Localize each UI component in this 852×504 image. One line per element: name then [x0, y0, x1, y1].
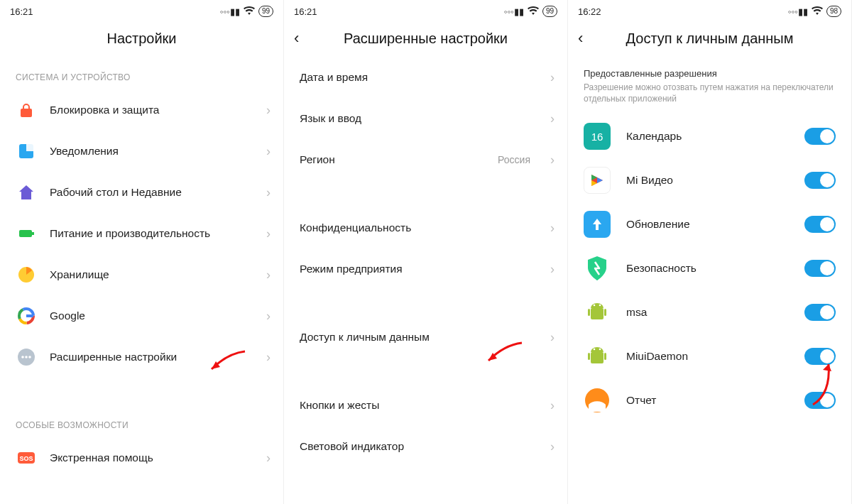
row-label: Хранилище — [50, 268, 253, 281]
row-value: Россия — [498, 154, 530, 165]
row-region[interactable]: Регион Россия › — [284, 139, 567, 180]
google-icon — [16, 305, 37, 327]
report-icon — [584, 387, 611, 414]
screen-personal-data: 16:22 ◦◦◦▮▮ 98 ‹ Доступ к личным данным … — [568, 0, 852, 504]
chevron-right-icon: › — [266, 185, 271, 200]
svg-rect-4 — [19, 230, 32, 237]
row-storage[interactable]: Хранилище › — [0, 254, 283, 295]
chevron-right-icon: › — [550, 398, 555, 413]
row-label: Экстренная помощь — [50, 451, 253, 464]
svg-point-15 — [28, 356, 31, 358]
header: ‹ Доступ к личным данным — [568, 20, 851, 57]
svg-rect-5 — [32, 232, 34, 235]
toggle-msa[interactable] — [804, 304, 836, 321]
row-privacy[interactable]: Конфиденциальность › — [284, 207, 567, 248]
update-icon — [584, 211, 611, 238]
app-row-update: Обновление — [568, 202, 851, 246]
battery-icon: 99 — [542, 6, 557, 17]
row-advanced-settings[interactable]: Расширенные настройки › — [0, 336, 283, 378]
chevron-right-icon: › — [550, 70, 555, 85]
row-label: Расширенные настройки — [50, 351, 253, 363]
subdescription: Разрешение можно отозвать путем нажатия … — [568, 82, 851, 114]
page-title: Расширенные настройки — [344, 31, 508, 47]
svg-point-13 — [21, 356, 24, 358]
row-label: Google — [50, 309, 253, 322]
page-title: Доступ к личным данным — [626, 31, 794, 47]
shield-icon — [584, 255, 611, 282]
app-label: Mi Видео — [626, 174, 789, 187]
app-row-calendar: 16 Календарь — [568, 114, 851, 158]
toggle-miuidaemon[interactable] — [804, 348, 836, 365]
svg-rect-0 — [21, 109, 32, 117]
row-personal-data[interactable]: Доступ к личным данным › — [284, 317, 567, 358]
chevron-right-icon: › — [266, 103, 271, 118]
row-power-perf[interactable]: Питание и производительность › — [0, 213, 283, 254]
row-enterprise[interactable]: Режим предприятия › — [284, 248, 567, 290]
lock-icon — [16, 99, 37, 121]
row-notifications[interactable]: Уведомления › — [0, 131, 283, 172]
svg-rect-11 — [26, 314, 33, 317]
app-label: Календарь — [626, 130, 789, 143]
app-row-report: Отчет — [568, 378, 851, 422]
app-label: msa — [626, 306, 789, 319]
play-icon — [584, 167, 611, 194]
svg-text:SOS: SOS — [19, 455, 33, 462]
chevron-right-icon: › — [266, 226, 271, 241]
row-sos[interactable]: SOS Экстренная помощь › — [0, 437, 283, 478]
toggle-update[interactable] — [804, 216, 836, 233]
app-label: MiuiDaemon — [626, 350, 789, 363]
battery-icon: 99 — [258, 6, 273, 17]
app-row-msa: msa — [568, 290, 851, 334]
page-title: Настройки — [106, 31, 176, 47]
row-led[interactable]: Световой индикатор › — [284, 426, 567, 467]
back-button[interactable]: ‹ — [294, 29, 299, 48]
section-label-system: СИСТЕМА И УСТРОЙСТВО — [0, 57, 283, 89]
app-label: Обновление — [626, 218, 789, 231]
svg-point-20 — [599, 305, 601, 307]
status-bar: 16:21 ◦◦◦▮▮ 99 — [0, 0, 283, 20]
wifi-icon — [244, 6, 255, 17]
row-label: Конфиденциальность — [300, 221, 537, 234]
toggle-report[interactable] — [804, 392, 836, 409]
battery-perf-icon — [16, 223, 37, 244]
row-label: Режим предприятия — [300, 263, 537, 275]
android-icon — [584, 299, 611, 326]
toggle-security[interactable] — [804, 260, 836, 277]
row-language[interactable]: Язык и ввод › — [284, 98, 567, 139]
signal-icon: ◦◦◦▮▮ — [788, 6, 808, 17]
android-icon — [584, 343, 611, 370]
toggle-calendar[interactable] — [804, 128, 836, 145]
status-time: 16:21 — [294, 6, 317, 17]
chevron-right-icon: › — [550, 439, 555, 454]
chevron-right-icon: › — [266, 451, 271, 466]
row-google[interactable]: Google › — [0, 295, 283, 336]
chevron-right-icon: › — [266, 350, 271, 365]
wifi-icon — [812, 6, 823, 17]
header: Настройки — [0, 20, 283, 57]
row-buttons-gestures[interactable]: Кнопки и жесты › — [284, 385, 567, 426]
section-label-accessibility: ОСОБЫЕ ВОЗМОЖНОСТИ — [0, 405, 283, 437]
status-time: 16:21 — [10, 6, 33, 17]
row-lock-security[interactable]: Блокировка и защита › — [0, 89, 283, 131]
row-label: Дата и время — [300, 71, 537, 84]
toggle-mivideo[interactable] — [804, 172, 836, 189]
row-label: Рабочий стол и Недавние — [50, 186, 253, 199]
row-date-time[interactable]: Дата и время › — [284, 57, 567, 98]
notifications-icon — [16, 141, 37, 162]
header: ‹ Расширенные настройки — [284, 20, 567, 57]
battery-icon: 98 — [826, 6, 841, 17]
row-home-recents[interactable]: Рабочий стол и Недавние › — [0, 172, 283, 213]
app-row-security: Безопасность — [568, 246, 851, 290]
svg-point-14 — [25, 356, 28, 358]
svg-rect-18 — [591, 308, 604, 319]
chevron-right-icon: › — [550, 221, 555, 236]
chevron-right-icon: › — [266, 309, 271, 324]
chevron-right-icon: › — [550, 330, 555, 345]
svg-point-24 — [594, 349, 596, 351]
back-button[interactable]: ‹ — [578, 29, 583, 48]
svg-point-25 — [599, 349, 601, 351]
wifi-icon — [528, 6, 539, 17]
status-bar: 16:22 ◦◦◦▮▮ 98 — [568, 0, 851, 20]
row-label: Световой индикатор — [300, 440, 537, 453]
row-label: Питание и производительность — [50, 227, 253, 240]
